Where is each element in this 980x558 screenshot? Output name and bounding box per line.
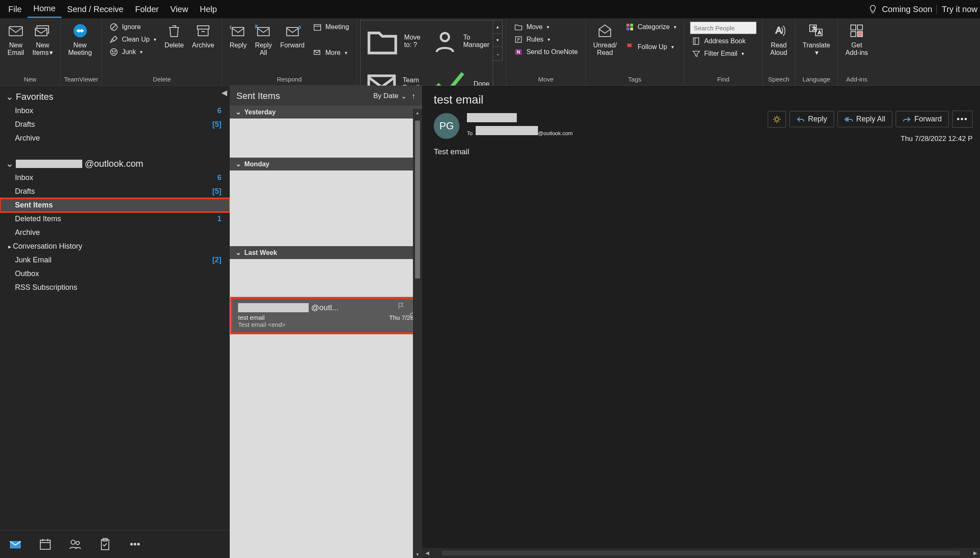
svg-rect-10 [198,29,208,36]
qs-scroll-down[interactable]: ▾ [493,34,502,47]
unread-read-button[interactable]: Unread/ Read [589,20,621,59]
redacted-sender [238,303,309,312]
folder-junk-email[interactable]: Junk Email[2] [0,253,230,267]
to-suffix: @outlook.com [538,130,572,136]
redacted-account [16,160,82,168]
qs-move-to[interactable]: Move to: ? [362,21,425,62]
favorites-header[interactable]: ⌄Favorites [6,91,224,102]
svg-rect-14 [287,27,298,36]
meeting-button[interactable]: Meeting [311,22,351,32]
message-placeholder[interactable] [231,171,421,245]
sort-button[interactable]: By Date⌄ [373,92,407,101]
more-actions-button[interactable]: ••• [952,111,973,128]
archive-icon [195,22,211,39]
read-aloud-button[interactable]: ARead Aloud [766,20,791,59]
ribbon-group-label: Delete [105,74,218,85]
reply-all-button-pane[interactable]: Reply All [838,111,892,127]
people-nav-button[interactable] [68,537,82,551]
folder-move-icon [364,23,401,60]
new-items-button[interactable]: New Items▾ [28,20,57,59]
message-preview: Test email <end> [238,321,414,328]
junk-button[interactable]: Junk▾ [108,47,158,57]
fav-inbox[interactable]: Inbox6 [0,104,230,118]
reading-pane-hscroll[interactable]: ◀▶ [422,548,980,558]
menu-file[interactable]: File [2,1,27,17]
folder-sent-items[interactable]: Sent Items [0,198,230,212]
ribbon-group-label: Language [798,74,834,85]
message-placeholder[interactable] [231,260,421,297]
forward-button[interactable]: Forward [276,20,309,52]
try-it-now-button[interactable]: Try it now [936,5,978,14]
filter-email-button[interactable]: Filter Email▾ [690,48,756,59]
archive-button[interactable]: Archive [188,20,218,52]
search-people-input[interactable] [690,22,756,34]
account-header[interactable]: ⌄@outlook.com [6,158,224,169]
follow-up-button[interactable]: Follow Up▾ [624,42,678,52]
move-button[interactable]: Move▾ [512,22,580,32]
qs-expand[interactable]: ⌄ [493,47,502,60]
redacted-from [467,113,517,122]
message-list-scrollbar[interactable]: ▴ ▾ [413,109,422,558]
folder-title: Sent Items [236,91,373,101]
ribbon-group-new: New Email New Items▾ New [0,18,61,85]
folder-inbox[interactable]: Inbox6 [0,171,230,185]
more-respond-button[interactable]: More▾ [311,47,351,58]
toggle-theme-button[interactable] [768,111,786,128]
rules-button[interactable]: Rules▾ [512,34,580,45]
reply-all-button[interactable]: Reply All [251,20,276,59]
cleanup-button[interactable]: Clean Up▾ [108,34,158,45]
forward-button-pane[interactable]: Forward [896,111,949,127]
message-item-selected[interactable]: @outl... test emailThu 7/28 Test email <… [232,299,420,332]
folder-archive[interactable]: Archive [0,226,230,239]
categorize-button[interactable]: Categorize▾ [624,22,678,32]
qs-to-manager[interactable]: To Manager [428,21,491,62]
onenote-icon: N [514,47,523,57]
fav-archive[interactable]: Archive [0,131,230,145]
ignore-icon [109,22,118,32]
svg-rect-39 [40,540,50,549]
folder-icon [514,22,523,32]
ignore-button[interactable]: Ignore [108,22,158,32]
menu-help[interactable]: Help [194,1,223,17]
addins-icon [848,22,865,39]
folder-conversation-history[interactable]: ▸Conversation History [0,239,230,253]
sort-direction-button[interactable]: ↑ [412,92,415,101]
reply-all-arrow-icon [845,115,853,123]
scrollbar-thumb[interactable] [415,121,420,279]
new-email-button[interactable]: New Email [3,20,28,59]
group-monday[interactable]: ⌄Monday [230,158,422,170]
calendar-nav-button[interactable] [38,537,52,551]
folder-drafts[interactable]: Drafts[5] [0,185,230,198]
group-last-week[interactable]: ⌄Last Week [230,246,422,259]
lightbulb-icon [868,4,878,14]
send-to-onenote-button[interactable]: NSend to OneNote [512,47,580,57]
reply-button[interactable]: Reply [226,20,251,52]
folder-outbox[interactable]: Outbox [0,267,230,281]
tasks-nav-button[interactable] [98,537,112,551]
svg-rect-23 [626,24,629,27]
translate-button[interactable]: 文ATranslate▾ [798,20,834,59]
folder-rss-subscriptions[interactable]: RSS Subscriptions [0,281,230,294]
collapse-nav-button[interactable]: ◀ [221,88,227,97]
svg-rect-35 [857,25,862,30]
reply-button-pane[interactable]: Reply [789,111,834,127]
reply-arrow-icon [796,115,805,123]
address-book-button[interactable]: Address Book [690,36,756,47]
qs-scroll-up[interactable]: ▴ [493,20,502,34]
ribbon-group-addins: Get Add-ins Add-ins [838,18,875,85]
menu-folder[interactable]: Folder [129,1,165,17]
folder-deleted-items[interactable]: Deleted Items1 [0,212,230,226]
message-placeholder[interactable] [231,119,421,157]
mail-nav-button[interactable] [8,537,22,551]
get-addins-button[interactable]: Get Add-ins [841,20,872,59]
delete-button[interactable]: Delete [160,20,188,52]
menu-view[interactable]: View [165,1,194,17]
new-meeting-button[interactable]: New Meeting [64,20,96,59]
menu-home[interactable]: Home [27,0,61,18]
svg-point-44 [76,541,79,545]
menu-send-receive[interactable]: Send / Receive [61,1,130,17]
more-nav-button[interactable]: ••• [128,537,142,551]
flag-icon[interactable] [397,302,405,310]
fav-drafts[interactable]: Drafts[5] [0,118,230,131]
group-yesterday[interactable]: ⌄Yesterday [230,106,422,119]
